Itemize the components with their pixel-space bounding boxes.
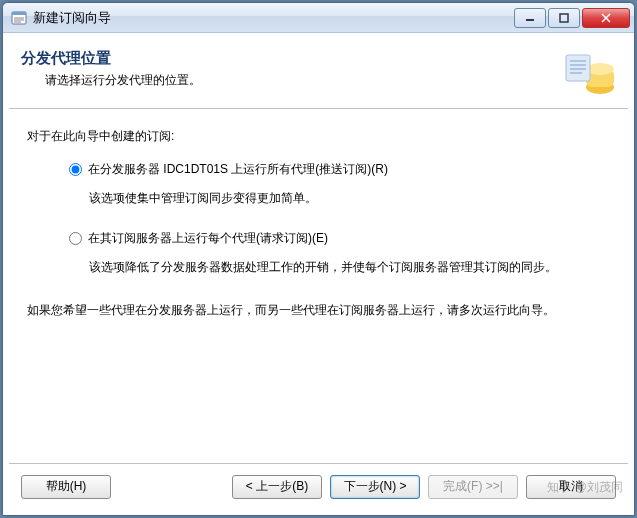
radio-pull[interactable] <box>69 232 82 245</box>
svg-rect-6 <box>560 14 568 22</box>
maximize-button[interactable] <box>548 8 580 28</box>
minimize-button[interactable] <box>514 8 546 28</box>
header-text: 分发代理位置 请选择运行分发代理的位置。 <box>21 49 562 100</box>
option-pull[interactable]: 在其订阅服务器上运行每个代理(请求订阅)(E) <box>69 229 610 248</box>
back-button[interactable]: < 上一步(B) <box>232 475 322 499</box>
radio-push[interactable] <box>69 163 82 176</box>
svg-rect-1 <box>12 12 26 15</box>
option-pull-desc: 该选项降低了分发服务器数据处理工作的开销，并使每个订阅服务器管理其订阅的同步。 <box>89 258 610 277</box>
option-push-desc: 该选项使集中管理订阅同步变得更加简单。 <box>89 189 610 208</box>
client-area: 分发代理位置 请选择运行分发代理的位置。 对于在此向导中创建的订阅: <box>3 33 634 515</box>
button-bar: 帮助(H) < 上一步(B) 下一步(N) > 完成(F) >>| 取消 <box>9 463 628 509</box>
app-icon <box>11 10 27 26</box>
option-push[interactable]: 在分发服务器 IDC1DT01S 上运行所有代理(推送订阅)(R) <box>69 160 610 179</box>
wizard-header: 分发代理位置 请选择运行分发代理的位置。 <box>9 39 628 109</box>
close-button[interactable] <box>582 8 630 28</box>
wizard-content: 对于在此向导中创建的订阅: 在分发服务器 IDC1DT01S 上运行所有代理(推… <box>9 109 628 463</box>
finish-button[interactable]: 完成(F) >>| <box>428 475 518 499</box>
cancel-button[interactable]: 取消 <box>526 475 616 499</box>
option-push-label: 在分发服务器 IDC1DT01S 上运行所有代理(推送订阅)(R) <box>88 160 388 179</box>
svg-rect-12 <box>566 55 590 81</box>
wizard-icon <box>562 49 616 97</box>
titlebar: 新建订阅向导 <box>3 3 634 33</box>
footer-note: 如果您希望一些代理在分发服务器上运行，而另一些代理在订阅服务器上运行，请多次运行… <box>27 301 610 320</box>
help-button[interactable]: 帮助(H) <box>21 475 111 499</box>
wizard-window: 新建订阅向导 分发代理位置 请选择运行分发代理的位置。 <box>2 2 635 516</box>
next-button[interactable]: 下一步(N) > <box>330 475 420 499</box>
page-title: 分发代理位置 <box>21 49 562 68</box>
option-pull-label: 在其订阅服务器上运行每个代理(请求订阅)(E) <box>88 229 328 248</box>
page-subtitle: 请选择运行分发代理的位置。 <box>21 72 562 89</box>
window-title: 新建订阅向导 <box>33 9 512 27</box>
window-buttons <box>512 8 630 28</box>
intro-text: 对于在此向导中创建的订阅: <box>27 127 610 146</box>
